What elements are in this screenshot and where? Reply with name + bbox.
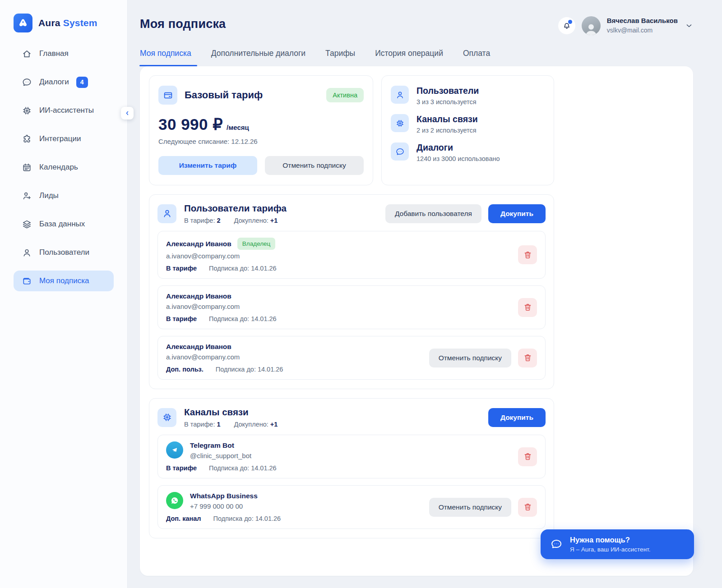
sidebar-item-label: Пользователи [39, 248, 89, 257]
user-row-until: Подписка до: 14.01.26 [216, 366, 283, 373]
sidebar-collapse-button[interactable] [121, 107, 134, 119]
page-header: Моя подписка Вячеслав Васильков vslkv@ma… [140, 0, 693, 35]
tariff-price: 30 990 ₽ [158, 115, 223, 133]
help-assistant-widget[interactable]: Нужна помощь? Я – Aura, ваш ИИ-ассистент… [541, 529, 694, 559]
section-title: Пользователи тарифа [184, 203, 287, 214]
chip-icon [22, 106, 32, 116]
usage-value: 3 из 3 используется [417, 98, 479, 106]
tariff-period: /месяц [227, 124, 249, 131]
add-user-button[interactable]: Добавить пользователя [385, 204, 481, 223]
user-menu-button[interactable] [685, 22, 693, 30]
buy-more-users-button[interactable]: Докупить [488, 204, 546, 223]
sidebar-item-calendar[interactable]: Календарь [14, 157, 114, 178]
brand-name: Aura System [38, 18, 97, 28]
change-tariff-button[interactable]: Изменить тариф [158, 156, 257, 175]
chat-help-icon [550, 537, 563, 551]
user-row-name: Александр Иванов [166, 343, 231, 351]
notifications-button[interactable] [558, 17, 575, 34]
user-row: Александр Иванов a.ivanov@company.com В … [157, 285, 546, 329]
channel-until: Подписка до: 14.01.26 [213, 515, 281, 522]
trash-icon [523, 353, 532, 363]
person-icon [391, 86, 409, 104]
sidebar-item-users[interactable]: Пользователи [14, 242, 114, 263]
sidebar-nav: Главная Диалоги 4 ИИ-ассистенты Интеграц… [14, 43, 114, 291]
delete-channel-button[interactable] [518, 498, 537, 517]
usage-title: Пользователи [417, 86, 479, 96]
owner-badge: Владелец [237, 238, 275, 250]
help-title: Нужна помощь? [570, 536, 651, 544]
sidebar-item-label: Лиды [39, 191, 59, 200]
main-content: Моя подписка Вячеслав Васильков vslkv@ma… [128, 0, 722, 588]
user-row-type: В тарифе [166, 265, 197, 272]
sidebar-item-database[interactable]: База данных [14, 214, 114, 234]
chevron-left-icon [124, 110, 130, 116]
channel-row: WhatsApp Business +7 999 000 00 00 Доп. … [157, 485, 546, 529]
brand-logo: Aura System [14, 0, 114, 32]
sidebar-item-label: Моя подписка [39, 276, 89, 285]
sidebar-item-leads[interactable]: Лиды [14, 185, 114, 206]
tab-tariffs[interactable]: Тарифы [325, 49, 355, 66]
chat-icon [391, 142, 409, 161]
usage-card: Пользователи 3 из 3 используется Каналы … [381, 75, 554, 185]
trash-icon [523, 502, 532, 512]
usage-title: Диалоги [417, 142, 500, 153]
usage-dialogs: Диалоги 1240 из 3000 использовано [391, 142, 545, 162]
section-meta: В тарифе:1 Докуплено:+1 [184, 421, 278, 428]
cancel-subscription-button[interactable]: Отменить подписку [265, 156, 364, 175]
channel-type: В тарифе [166, 464, 197, 472]
tariff-card: Базовый тариф Активна 30 990 ₽ /месяц Сл… [149, 75, 373, 185]
user-name: Вячеслав Васильков [607, 17, 678, 25]
tab-extra-dialogs[interactable]: Дополнительные диалоги [211, 49, 305, 66]
puzzle-icon [22, 134, 32, 144]
chip-icon [157, 408, 176, 427]
cancel-user-subscription-button[interactable]: Отменить подписку [429, 349, 511, 368]
sidebar-item-label: База данных [39, 220, 85, 229]
user-row-email: a.ivanov@company.com [166, 353, 429, 361]
channel-handle: +7 999 000 00 00 [190, 502, 429, 510]
delete-user-button[interactable] [518, 298, 537, 317]
user-email: vslkv@mail.com [607, 27, 678, 35]
sidebar-item-dialogs[interactable]: Диалоги 4 [14, 72, 114, 92]
layers-icon [22, 219, 32, 230]
usage-value: 2 из 2 используется [417, 127, 478, 134]
tariff-title: Базовый тариф [185, 89, 319, 101]
delete-user-button[interactable] [518, 245, 537, 264]
whatsapp-icon [166, 492, 183, 509]
channel-type: Доп. канал [166, 515, 201, 522]
sidebar-item-integrations[interactable]: Интеграции [14, 129, 114, 149]
buy-more-channels-button[interactable]: Докупить [488, 408, 546, 427]
person-add-icon [22, 191, 32, 201]
channel-name: Telegram Bot [190, 441, 234, 450]
channels-section: Каналы связи В тарифе:1 Докуплено:+1 Док… [149, 398, 554, 538]
user-row-type: Доп. польз. [166, 366, 204, 373]
usage-value: 1240 из 3000 использовано [417, 155, 500, 162]
tab-my-subscription[interactable]: Моя подписка [140, 49, 191, 66]
sidebar-item-my-subscription[interactable]: Моя подписка [14, 271, 114, 291]
person-icon [157, 204, 176, 223]
tab-bar: Моя подписка Дополнительные диалоги Тари… [140, 49, 693, 66]
credit-card-icon [158, 86, 177, 105]
channel-handle: @clinic_support_bot [190, 452, 518, 459]
channel-row: Telegram Bot @clinic_support_bot В тариф… [157, 435, 546, 478]
trash-icon [523, 452, 532, 461]
chevron-down-icon [685, 22, 693, 30]
sidebar-item-home[interactable]: Главная [14, 43, 114, 64]
usage-title: Каналы связи [417, 114, 478, 124]
help-subtitle: Я – Aura, ваш ИИ-ассистент. [570, 546, 651, 553]
aura-logo-icon [14, 14, 32, 32]
calendar-icon [22, 162, 32, 173]
telegram-icon [166, 441, 183, 459]
cancel-channel-subscription-button[interactable]: Отменить подписку [429, 498, 511, 517]
user-row-email: a.ivanov@company.com [166, 303, 518, 310]
user-info: Вячеслав Васильков vslkv@mail.com [607, 17, 678, 34]
avatar[interactable] [582, 16, 601, 35]
sidebar-item-label: ИИ-ассистенты [39, 106, 94, 115]
sidebar-item-ai-assistants[interactable]: ИИ-ассистенты [14, 100, 114, 121]
tab-payment[interactable]: Оплата [463, 49, 490, 66]
status-badge: Активна [326, 88, 364, 102]
usage-channels: Каналы связи 2 из 2 используется [391, 114, 545, 134]
delete-user-button[interactable] [518, 349, 537, 368]
delete-channel-button[interactable] [518, 447, 537, 466]
tab-history[interactable]: История операций [375, 49, 443, 66]
chip-icon [391, 114, 409, 132]
